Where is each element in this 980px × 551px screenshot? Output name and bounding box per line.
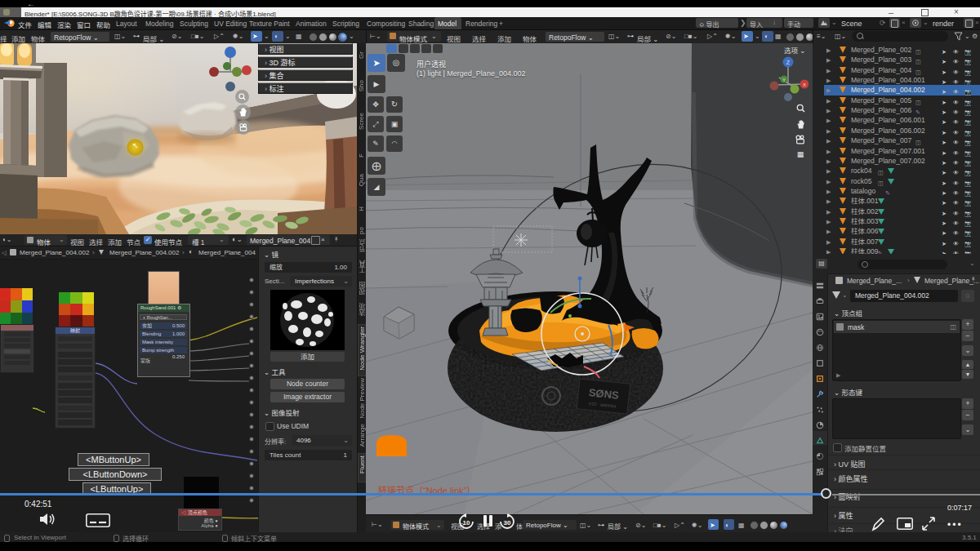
svg-text:X: X xyxy=(803,82,806,87)
svg-text:Y: Y xyxy=(782,78,786,82)
svg-text:Z: Z xyxy=(786,60,791,65)
svg-text:10: 10 xyxy=(463,519,470,527)
svg-text:30: 30 xyxy=(504,519,511,527)
